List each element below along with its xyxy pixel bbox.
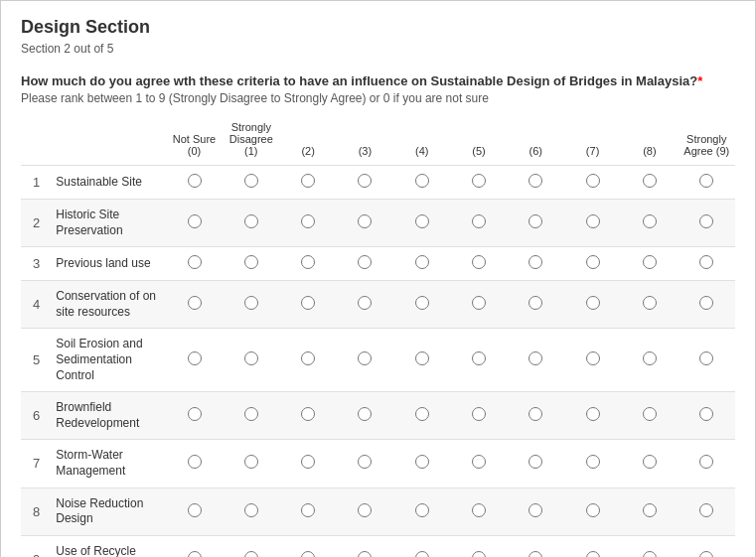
radio-cell-row1-col2[interactable]	[279, 166, 336, 200]
radio-row1-val3[interactable]	[358, 174, 372, 188]
radio-cell-row6-col9[interactable]	[679, 392, 735, 440]
radio-row1-val7[interactable]	[586, 174, 600, 188]
radio-row5-val9[interactable]	[699, 351, 713, 365]
radio-row1-val1[interactable]	[244, 174, 258, 188]
radio-cell-row4-col5[interactable]	[450, 281, 507, 329]
radio-cell-row2-col0[interactable]	[166, 200, 223, 247]
radio-row5-val5[interactable]	[472, 351, 486, 365]
radio-cell-row5-col1[interactable]	[223, 329, 279, 392]
radio-row6-val2[interactable]	[301, 407, 315, 421]
radio-row2-val9[interactable]	[699, 214, 713, 228]
radio-row5-val0[interactable]	[188, 351, 202, 365]
radio-row5-val2[interactable]	[301, 351, 315, 365]
radio-cell-row5-col8[interactable]	[621, 329, 678, 392]
radio-cell-row3-col0[interactable]	[166, 247, 223, 281]
radio-row6-val6[interactable]	[529, 407, 542, 421]
radio-row4-val0[interactable]	[188, 296, 202, 310]
radio-cell-row2-col8[interactable]	[621, 200, 678, 247]
radio-cell-row7-col3[interactable]	[337, 440, 393, 487]
radio-row5-val8[interactable]	[643, 351, 657, 365]
radio-row2-val4[interactable]	[415, 214, 429, 228]
radio-cell-row1-col6[interactable]	[508, 166, 564, 200]
radio-cell-row2-col1[interactable]	[223, 200, 279, 247]
radio-row7-val0[interactable]	[188, 455, 202, 469]
radio-cell-row8-col6[interactable]	[508, 487, 564, 535]
radio-cell-row3-col5[interactable]	[450, 247, 507, 281]
radio-cell-row9-col0[interactable]	[166, 535, 223, 557]
radio-cell-row7-col7[interactable]	[564, 440, 621, 487]
radio-cell-row4-col7[interactable]	[564, 281, 621, 329]
radio-row2-val3[interactable]	[358, 214, 372, 228]
radio-row1-val9[interactable]	[699, 174, 713, 188]
radio-cell-row9-col5[interactable]	[450, 535, 507, 557]
radio-row5-val3[interactable]	[358, 351, 372, 365]
radio-row7-val1[interactable]	[244, 455, 258, 469]
radio-row6-val0[interactable]	[188, 407, 202, 421]
radio-row7-val9[interactable]	[699, 455, 713, 469]
radio-cell-row1-col4[interactable]	[393, 166, 450, 200]
radio-cell-row1-col1[interactable]	[223, 166, 279, 200]
radio-cell-row5-col7[interactable]	[564, 329, 621, 392]
radio-cell-row6-col5[interactable]	[450, 392, 507, 440]
radio-cell-row4-col0[interactable]	[166, 281, 223, 329]
radio-cell-row4-col4[interactable]	[393, 281, 450, 329]
radio-cell-row8-col2[interactable]	[279, 487, 336, 535]
radio-row4-val1[interactable]	[244, 296, 258, 310]
radio-cell-row2-col7[interactable]	[564, 200, 621, 247]
radio-row9-val7[interactable]	[586, 551, 600, 557]
radio-row5-val6[interactable]	[529, 351, 542, 365]
radio-row1-val0[interactable]	[188, 174, 202, 188]
radio-row3-val0[interactable]	[188, 255, 202, 269]
radio-cell-row7-col1[interactable]	[223, 440, 279, 487]
radio-row6-val7[interactable]	[586, 407, 600, 421]
radio-cell-row8-col7[interactable]	[564, 487, 621, 535]
radio-cell-row3-col8[interactable]	[621, 247, 678, 281]
radio-cell-row7-col6[interactable]	[508, 440, 564, 487]
radio-cell-row3-col3[interactable]	[337, 247, 393, 281]
radio-cell-row7-col8[interactable]	[621, 440, 678, 487]
radio-row2-val0[interactable]	[188, 214, 202, 228]
radio-row6-val8[interactable]	[643, 407, 657, 421]
radio-cell-row3-col2[interactable]	[279, 247, 336, 281]
radio-cell-row3-col4[interactable]	[393, 247, 450, 281]
radio-row2-val8[interactable]	[643, 214, 657, 228]
radio-cell-row1-col3[interactable]	[337, 166, 393, 200]
radio-cell-row6-col1[interactable]	[223, 392, 279, 440]
radio-cell-row9-col9[interactable]	[679, 535, 735, 557]
radio-cell-row8-col4[interactable]	[393, 487, 450, 535]
radio-row6-val3[interactable]	[358, 407, 372, 421]
radio-row1-val5[interactable]	[472, 174, 486, 188]
radio-row8-val2[interactable]	[301, 503, 315, 517]
radio-row2-val5[interactable]	[472, 214, 486, 228]
radio-row5-val7[interactable]	[586, 351, 600, 365]
radio-cell-row1-col0[interactable]	[166, 166, 223, 200]
radio-cell-row3-col6[interactable]	[508, 247, 564, 281]
radio-row2-val1[interactable]	[244, 214, 258, 228]
radio-row4-val6[interactable]	[529, 296, 542, 310]
radio-row9-val5[interactable]	[472, 551, 486, 557]
radio-row8-val5[interactable]	[472, 503, 486, 517]
radio-row6-val1[interactable]	[244, 407, 258, 421]
radio-cell-row2-col6[interactable]	[508, 200, 564, 247]
radio-row4-val7[interactable]	[586, 296, 600, 310]
radio-cell-row4-col3[interactable]	[337, 281, 393, 329]
radio-row4-val4[interactable]	[415, 296, 429, 310]
radio-row1-val6[interactable]	[529, 174, 542, 188]
radio-row7-val7[interactable]	[586, 455, 600, 469]
radio-cell-row4-col2[interactable]	[279, 281, 336, 329]
radio-row3-val6[interactable]	[529, 255, 542, 269]
radio-cell-row5-col0[interactable]	[166, 329, 223, 392]
radio-row7-val5[interactable]	[472, 455, 486, 469]
radio-cell-row9-col2[interactable]	[279, 535, 336, 557]
radio-cell-row8-col3[interactable]	[337, 487, 393, 535]
radio-row1-val8[interactable]	[643, 174, 657, 188]
radio-row9-val4[interactable]	[415, 551, 429, 557]
radio-cell-row8-col1[interactable]	[223, 487, 279, 535]
radio-cell-row2-col5[interactable]	[450, 200, 507, 247]
radio-row8-val6[interactable]	[529, 503, 542, 517]
radio-cell-row3-col7[interactable]	[564, 247, 621, 281]
radio-row4-val5[interactable]	[472, 296, 486, 310]
radio-row2-val6[interactable]	[529, 214, 542, 228]
radio-cell-row6-col4[interactable]	[393, 392, 450, 440]
radio-row8-val4[interactable]	[415, 503, 429, 517]
